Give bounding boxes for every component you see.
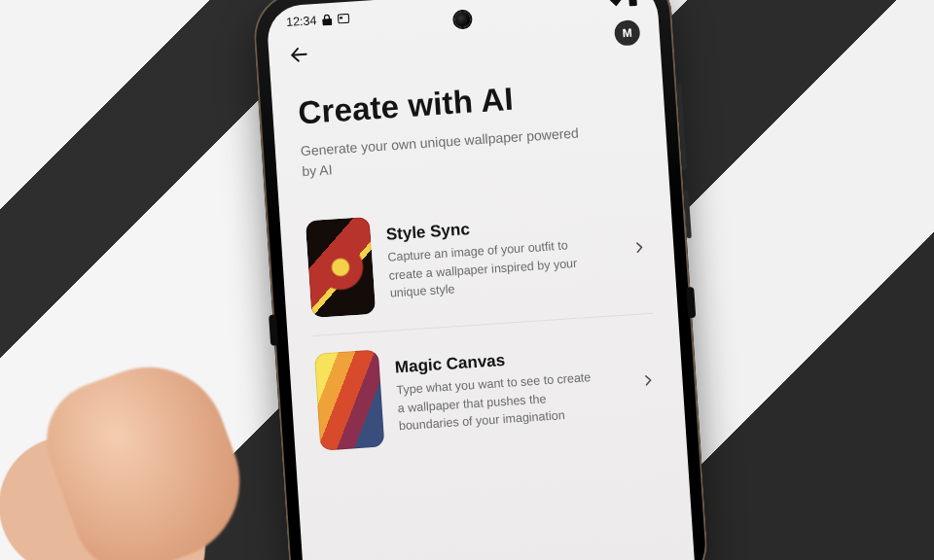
power-button <box>684 190 692 238</box>
option-magic-canvas[interactable]: Magic Canvas Type what you want to see t… <box>313 313 662 469</box>
hand-thumb <box>30 345 262 560</box>
profile-avatar[interactable]: M <box>614 19 641 47</box>
style-sync-thumbnail <box>305 217 376 318</box>
card-icon <box>338 14 350 24</box>
hinge-notch <box>686 287 696 318</box>
back-button[interactable] <box>288 44 310 66</box>
battery-icon <box>628 0 638 7</box>
volume-buttons <box>676 83 687 170</box>
option-desc: Type what you want to see to create a wa… <box>396 368 603 436</box>
main-content: Create with AI Generate your own unique … <box>270 50 687 471</box>
chevron-right-icon <box>639 371 658 390</box>
photo-background: 12:34 M Create with AI Generate <box>0 0 934 560</box>
svg-rect-1 <box>340 17 342 18</box>
magic-canvas-thumbnail <box>314 350 384 451</box>
option-style-sync[interactable]: Style Sync Capture an image of your outf… <box>305 181 653 335</box>
hinge-notch <box>269 314 278 345</box>
chevron-right-icon <box>630 238 649 257</box>
lock-icon <box>322 14 333 26</box>
avatar-letter: M <box>622 26 632 41</box>
phone-screen: 12:34 M Create with AI Generate <box>266 0 697 560</box>
status-time: 12:34 <box>286 14 317 29</box>
svg-rect-3 <box>629 0 637 7</box>
wifi-icon <box>608 0 624 7</box>
phone-device: 12:34 M Create with AI Generate <box>251 0 709 560</box>
option-desc: Capture an image of your outfit to creat… <box>387 235 594 303</box>
page-subtitle: Generate your own unique wallpaper power… <box>300 122 593 183</box>
svg-rect-0 <box>339 14 350 23</box>
